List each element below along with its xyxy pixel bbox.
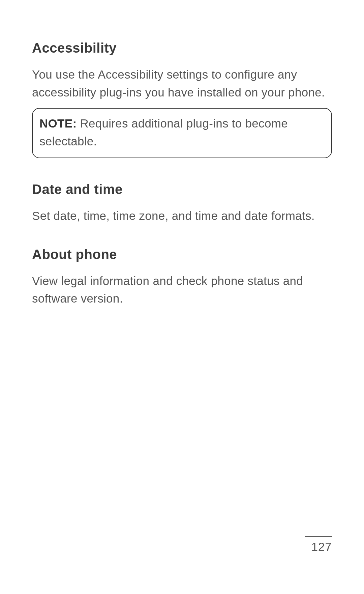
- body-about: View legal information and check phone s…: [32, 272, 332, 308]
- section-datetime: Date and time Set date, time, time zone,…: [32, 182, 332, 225]
- heading-datetime: Date and time: [32, 182, 332, 197]
- section-accessibility: Accessibility You use the Accessibility …: [32, 40, 332, 158]
- section-about: About phone View legal information and c…: [32, 247, 332, 308]
- note-content: NOTE: Requires additional plug-ins to be…: [39, 117, 288, 148]
- note-label: NOTE:: [39, 117, 77, 130]
- body-accessibility: You use the Accessibility settings to co…: [32, 66, 332, 101]
- note-box: NOTE: Requires additional plug-ins to be…: [32, 108, 332, 158]
- page-number-divider: [305, 536, 332, 537]
- note-body: Requires additional plug-ins to become s…: [39, 117, 288, 148]
- heading-accessibility: Accessibility: [32, 40, 332, 56]
- page-footer: 127: [305, 536, 332, 554]
- body-datetime: Set date, time, time zone, and time and …: [32, 207, 332, 225]
- page-number: 127: [305, 540, 332, 554]
- heading-about: About phone: [32, 247, 332, 262]
- page-content: Accessibility You use the Accessibility …: [0, 0, 364, 308]
